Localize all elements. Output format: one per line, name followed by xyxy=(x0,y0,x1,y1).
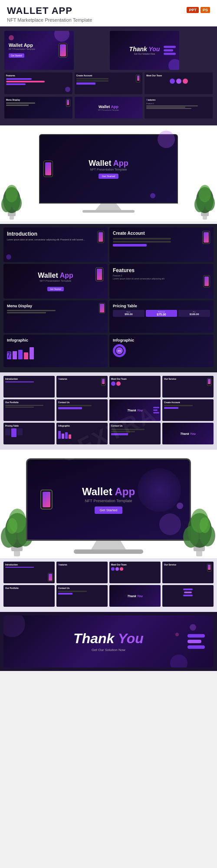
b4: Our Service xyxy=(162,562,214,583)
dark-slides-section: Introduction Lorem ipsum dolor sit amet,… xyxy=(0,224,217,372)
large-thankyou-text: Thank You Get Our Solution Now xyxy=(73,631,144,652)
infographic-row: Infographic 72% Infographic 56% xyxy=(3,335,214,367)
n5: Our Portfolio xyxy=(3,399,55,421)
svg-point-18 xyxy=(7,518,17,534)
desktop-app-sub: NFT Presentation Template xyxy=(89,168,128,171)
ppt-badge: PPT xyxy=(187,7,199,13)
big-screen-content: Wallet App NFT Presentation Template Get… xyxy=(82,486,135,514)
menu-pricing-row: Menu Display Pricing Table Basic $55.00 … xyxy=(3,300,214,333)
intro-slide: Introduction Lorem ipsum dolor sit amet,… xyxy=(3,227,108,262)
menu-nano: Menu Display xyxy=(4,97,72,118)
b6: Contact Us xyxy=(56,585,108,607)
n8: Create Account xyxy=(162,399,214,421)
screen-content: Wallet App NFT Presentation Template Get… xyxy=(89,159,128,179)
intro-title: Introduction xyxy=(7,231,104,237)
hero-nano: Wallet App NFT Presentation Template xyxy=(75,97,143,118)
bottom-slides-section: Introduction Features Meet Our Team Our … xyxy=(0,558,217,612)
desktop-base xyxy=(82,210,135,213)
svg-point-5 xyxy=(6,185,18,202)
desktop-btn[interactable]: Get Started xyxy=(99,174,119,179)
page-title: WALLET APP xyxy=(7,5,92,16)
thankyou-text-top: Thank You xyxy=(129,46,160,53)
bar1: 72% xyxy=(7,352,11,359)
n2: Features xyxy=(56,376,108,398)
n11: Contact Us xyxy=(109,423,161,444)
large-thankyou-section: Thank You Get Our Solution Now xyxy=(0,612,217,671)
bottom-row-1: Introduction Features Meet Our Team Our … xyxy=(3,562,214,583)
nano-row-2: Our Portfolio Contact Us Thank You xyxy=(3,399,214,421)
light-slides-section: Introduction Features Meet Our Team Our … xyxy=(0,372,217,450)
features2-nano: Features Feature 2 xyxy=(145,97,213,118)
n4: Our Service xyxy=(162,376,214,398)
desktop-mockup: Wallet App NFT Presentation Template Get… xyxy=(39,134,178,213)
n12-thankyou: Thank You xyxy=(162,423,214,444)
big-screen: Wallet App NFT Presentation Template Get… xyxy=(26,458,191,541)
ps-badge: PS xyxy=(201,7,210,13)
create-title: Create Account xyxy=(113,231,210,236)
n3: Meet Our Team xyxy=(109,376,161,398)
wavy-deco xyxy=(164,46,176,55)
features-nano: Features xyxy=(4,72,72,94)
n9: Pricing Table xyxy=(3,423,55,444)
main-content: Wallet App NFT Presentation Template Get… xyxy=(0,26,217,125)
n1: Introduction xyxy=(3,376,55,398)
big-base xyxy=(74,549,143,554)
b5: Our Portfolio xyxy=(3,585,55,607)
bottom-plant-right xyxy=(182,504,217,558)
create-account-slide: Create Account xyxy=(109,227,214,262)
desktop-stand xyxy=(95,204,122,210)
svg-point-25 xyxy=(200,517,210,533)
n10: Infographic xyxy=(56,423,108,444)
pricing-slide: Pricing Table Basic $55.00 Premium $75.0… xyxy=(109,300,214,333)
b7-thankyou: Thank You xyxy=(109,585,161,607)
top-slide-row: Wallet App NFT Presentation Template Get… xyxy=(4,31,213,70)
team-nano: Meet Our Team xyxy=(145,72,213,94)
page-header: WALLET APP NFT Marketplace Presentation … xyxy=(0,0,217,26)
infographic-slide2: Infographic 56% xyxy=(109,335,214,367)
b2: Features xyxy=(56,562,108,583)
desktop-app-name: Wallet App xyxy=(89,159,128,168)
slide-row-2: Features Create Account Meet Our Team xyxy=(4,72,213,94)
wallet-features-row: Wallet App NFT Presentation Template Get… xyxy=(3,264,214,299)
slide-row-3: Menu Display Wallet App NFT Presentation… xyxy=(4,97,213,118)
nano-row-1: Introduction Features Meet Our Team Our … xyxy=(3,376,214,398)
bottom-desktop-section: Wallet App NFT Presentation Template Get… xyxy=(0,450,217,558)
large-thankyou-slide: Thank You Get Our Solution Now xyxy=(3,615,214,667)
badge-group: PPT PS xyxy=(187,7,210,13)
wallet-main-slide: Wallet App NFT Presentation Template Get… xyxy=(3,264,108,299)
desktop-section: Wallet App NFT Presentation Template Get… xyxy=(0,125,217,221)
b1: Introduction xyxy=(3,562,55,583)
infographic-slide1: Infographic 72% xyxy=(3,335,108,367)
thankyou-slide-top: Thank You Get Our Solution Now xyxy=(110,31,179,70)
n7-thankyou: Thank You xyxy=(109,399,161,421)
bottom-row-2: Our Portfolio Contact Us Thank You xyxy=(3,585,214,607)
n6: Contact Us xyxy=(56,399,108,421)
plant-right xyxy=(193,181,217,221)
hero-btn[interactable]: Get Started xyxy=(9,53,24,58)
big-monitor-wrap: Wallet App NFT Presentation Template Get… xyxy=(26,458,191,554)
hero-subtitle: NFT Presentation Template xyxy=(9,48,35,50)
page-subtitle: NFT Marketplace Presentation Template xyxy=(7,17,92,23)
big-stand xyxy=(91,541,126,549)
features-slide: Features Feature 2Lorem ipsum dolor sit … xyxy=(109,264,214,299)
desktop-screen: Wallet App NFT Presentation Template Get… xyxy=(39,134,178,204)
plant-left xyxy=(0,181,24,221)
nano-row-3: Pricing Table Infographic Contact Us xyxy=(3,423,214,444)
menu-display-slide: Menu Display xyxy=(3,300,108,333)
wavy2 xyxy=(153,407,159,414)
hero-slide: Wallet App NFT Presentation Template Get… xyxy=(4,31,74,70)
hero-app-title: Wallet App xyxy=(9,43,35,48)
b3: Meet Our Team xyxy=(109,562,161,583)
create-nano: Create Account xyxy=(75,72,143,94)
svg-point-11 xyxy=(199,185,211,202)
large-wavy xyxy=(187,634,205,649)
intro-row: Introduction Lorem ipsum dolor sit amet,… xyxy=(3,227,214,262)
b8 xyxy=(162,585,214,607)
